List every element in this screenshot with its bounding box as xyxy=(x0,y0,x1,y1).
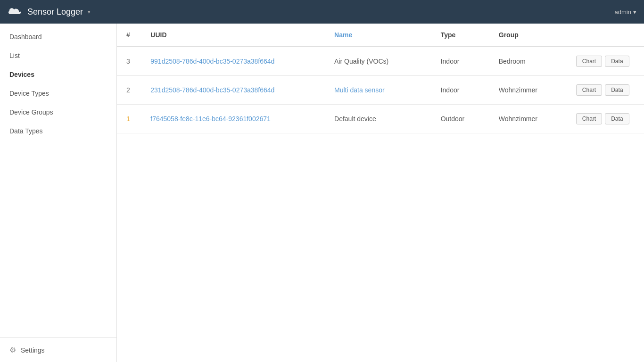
uuid-link[interactable]: f7645058-fe8c-11e6-bc64-92361f002671 xyxy=(150,115,271,123)
col-header-group: Group xyxy=(489,24,567,47)
row-num: 2 xyxy=(117,76,141,105)
table-row: 2 231d2508-786d-400d-bc35-0273a38f664d M… xyxy=(117,76,644,105)
uuid-link[interactable]: 991d2508-786d-400d-bc35-0273a38f664d xyxy=(150,58,274,65)
row-num: 1 xyxy=(117,105,141,133)
name-link[interactable]: Multi data sensor xyxy=(334,86,385,94)
row-name: Multi data sensor xyxy=(325,76,431,105)
settings-label: Settings xyxy=(21,346,45,354)
sidebar-item-devices[interactable]: Devices xyxy=(0,65,116,84)
table-row: 3 991d2508-786d-400d-bc35-0273a38f664d A… xyxy=(117,47,644,76)
row-actions: Chart Data xyxy=(567,47,644,76)
sidebar-nav: Dashboard List Devices Device Types Devi… xyxy=(0,24,116,140)
chart-button[interactable]: Chart xyxy=(576,113,602,124)
row-uuid: 231d2508-786d-400d-bc35-0273a38f664d xyxy=(141,76,325,105)
col-header-type: Type xyxy=(431,24,489,47)
row-num: 3 xyxy=(117,47,141,76)
devices-table: # UUID Name Type Group 3 991d2508-786d-4… xyxy=(117,24,644,133)
row-group: Bedroom xyxy=(489,47,567,76)
row-actions: Chart Data xyxy=(567,76,644,105)
row-group: Wohnzimmer xyxy=(489,105,567,133)
sidebar-item-device-types[interactable]: Device Types xyxy=(0,84,116,103)
col-header-uuid: UUID xyxy=(141,24,325,47)
app-name: Sensor Logger xyxy=(27,7,83,17)
main-content: # UUID Name Type Group 3 991d2508-786d-4… xyxy=(117,24,644,362)
row-group: Wohnzimmer xyxy=(489,76,567,105)
admin-caret-icon: ▾ xyxy=(633,8,636,16)
table-body: 3 991d2508-786d-400d-bc35-0273a38f664d A… xyxy=(117,47,644,133)
row-type: Outdoor xyxy=(431,105,489,133)
row-actions: Chart Data xyxy=(567,105,644,133)
sidebar: Dashboard List Devices Device Types Devi… xyxy=(0,24,117,362)
app-logo-icon xyxy=(8,4,23,19)
row-name: Default device xyxy=(325,105,431,133)
sidebar-item-list[interactable]: List xyxy=(0,46,116,65)
data-button[interactable]: Data xyxy=(605,84,629,96)
admin-dropdown[interactable]: admin ▾ xyxy=(615,8,636,16)
col-header-actions xyxy=(567,24,644,47)
data-button[interactable]: Data xyxy=(605,56,629,67)
table-row: 1 f7645058-fe8c-11e6-bc64-92361f002671 D… xyxy=(117,105,644,133)
settings-link[interactable]: ⚙ Settings xyxy=(0,337,116,362)
row-type: Indoor xyxy=(431,47,489,76)
col-header-name: Name xyxy=(325,24,431,47)
row-uuid: 991d2508-786d-400d-bc35-0273a38f664d xyxy=(141,47,325,76)
navbar: Sensor Logger ▾ admin ▾ xyxy=(0,0,644,24)
sidebar-item-dashboard[interactable]: Dashboard xyxy=(0,27,116,46)
row-type: Indoor xyxy=(431,76,489,105)
uuid-link[interactable]: 231d2508-786d-400d-bc35-0273a38f664d xyxy=(150,86,274,94)
chart-button[interactable]: Chart xyxy=(576,84,602,96)
app-brand[interactable]: Sensor Logger ▾ xyxy=(8,4,91,19)
col-header-num: # xyxy=(117,24,141,47)
navbar-caret-icon: ▾ xyxy=(88,9,91,15)
data-button[interactable]: Data xyxy=(605,113,629,124)
admin-label: admin xyxy=(615,8,631,16)
table-header: # UUID Name Type Group xyxy=(117,24,644,47)
chart-button[interactable]: Chart xyxy=(576,56,602,67)
row-uuid: f7645058-fe8c-11e6-bc64-92361f002671 xyxy=(141,105,325,133)
sidebar-item-device-groups[interactable]: Device Groups xyxy=(0,103,116,122)
row-name: Air Quality (VOCs) xyxy=(325,47,431,76)
gear-icon: ⚙ xyxy=(9,346,16,354)
sidebar-item-data-types[interactable]: Data Types xyxy=(0,122,116,140)
